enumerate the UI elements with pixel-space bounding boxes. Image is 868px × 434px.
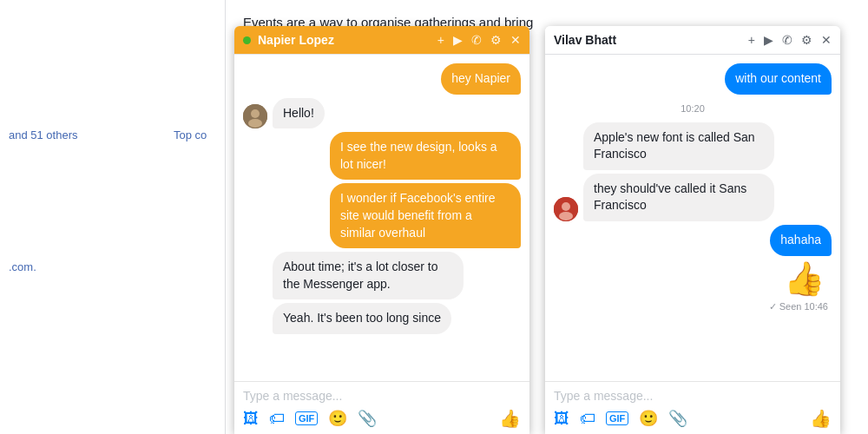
fb-com-text: .com. (9, 260, 36, 273)
message-bubble: they should've called it Sans Francisco (583, 174, 774, 221)
fb-and-51: and 51 others (0, 128, 78, 141)
msg-row: with our content (554, 63, 832, 95)
msg-row: they should've called it Sans Francisco (554, 174, 832, 221)
settings-icon[interactable]: ⚙ (801, 33, 812, 47)
close-icon[interactable]: ✕ (821, 33, 832, 47)
input-icons: 🖼 🏷 GIF 🙂 📎 👍 (243, 404, 521, 429)
message-input-napier[interactable] (243, 387, 521, 404)
input-icons: 🖼 🏷 GIF 🙂 📎 👍 (554, 404, 832, 429)
msg-row: I wonder if Facebook's entire site would… (243, 183, 521, 248)
message-bubble: I wonder if Facebook's entire site would… (330, 183, 521, 248)
message-seen: ✓ Seen 10:46 (554, 301, 832, 312)
svg-point-2 (248, 119, 262, 128)
fb-sidebar: and 51 others Top co .com. (0, 0, 226, 434)
avatar-placeholder (243, 310, 267, 334)
svg-point-4 (562, 202, 570, 211)
add-icon[interactable]: + (437, 33, 444, 47)
avatar (243, 104, 267, 128)
msg-row: I see the new design, looks a lot nicer! (243, 132, 521, 180)
chat-title-napier: Napier Lopez (258, 33, 437, 47)
phone-icon[interactable]: ✆ (782, 33, 792, 47)
big-thumbs-up: 👍 (784, 260, 832, 298)
chat-header-napier: Napier Lopez + ▶ ✆ ⚙ ✕ (234, 26, 529, 55)
avatar-vilav (554, 197, 578, 221)
msg-row: hey Napier (243, 63, 521, 95)
svg-point-5 (559, 212, 573, 220)
message-bubble: I see the new design, looks a lot nicer! (330, 132, 521, 180)
message-bubble: About time; it's a lot closer to the Mes… (273, 252, 464, 299)
emoji-icon[interactable]: 🙂 (639, 409, 658, 428)
header-icons-napier: + ▶ ✆ ⚙ ✕ (437, 33, 521, 47)
msg-row: Hello! (243, 98, 521, 129)
chat-window-napier: Napier Lopez + ▶ ✆ ⚙ ✕ hey Napier Hello!… (234, 26, 529, 434)
message-bubble: Apple's new font is called San Francisco (583, 122, 774, 170)
msg-row: About time; it's a lot closer to the Mes… (243, 252, 521, 299)
header-icons-vilav: + ▶ ✆ ⚙ ✕ (748, 33, 832, 47)
msg-row-thumbs: 👍 (554, 260, 832, 298)
message-input-vilav[interactable] (554, 387, 832, 404)
attach-icon[interactable]: 📎 (358, 409, 377, 428)
gif-icon[interactable]: GIF (295, 411, 318, 425)
gif-icon[interactable]: GIF (606, 411, 628, 425)
chat-window-vilav: Vilav Bhatt + ▶ ✆ ⚙ ✕ with our content 1… (545, 26, 840, 434)
chat-messages-vilav: with our content 10:20 Apple's new font … (545, 55, 840, 381)
message-bubble: with our content (725, 63, 832, 95)
message-bubble: Yeah. It's been too long since (273, 303, 451, 334)
msg-row: Apple's new font is called San Francisco (554, 122, 832, 170)
add-icon[interactable]: + (748, 33, 755, 47)
attach-icon[interactable]: 📎 (668, 409, 687, 428)
chat-title-vilav: Vilav Bhatt (554, 33, 748, 47)
msg-row: Yeah. It's been too long since (243, 303, 521, 334)
sticker-icon[interactable]: 🏷 (580, 410, 595, 428)
message-bubble: hey Napier (441, 63, 521, 95)
chat-header-vilav: Vilav Bhatt + ▶ ✆ ⚙ ✕ (545, 26, 840, 55)
video-icon[interactable]: ▶ (453, 33, 463, 47)
avatar-placeholder (243, 275, 267, 299)
status-dot (243, 36, 251, 44)
chat-messages-napier: hey Napier Hello! I see the new design, … (234, 55, 529, 381)
thumbs-up-button[interactable]: 👍 (499, 408, 521, 429)
image-icon[interactable]: 🖼 (243, 410, 259, 428)
sticker-icon[interactable]: 🏷 (269, 410, 285, 428)
emoji-icon[interactable]: 🙂 (328, 409, 347, 428)
settings-icon[interactable]: ⚙ (490, 33, 502, 47)
thumbs-up-button[interactable]: 👍 (810, 408, 832, 429)
message-bubble: hahaha (770, 225, 832, 256)
svg-point-1 (251, 109, 260, 118)
message-time: 10:20 (554, 103, 832, 114)
video-icon[interactable]: ▶ (764, 33, 773, 47)
image-icon[interactable]: 🖼 (554, 410, 569, 428)
close-icon[interactable]: ✕ (510, 33, 521, 47)
phone-icon[interactable]: ✆ (471, 33, 482, 47)
chat-input-area-napier: 🖼 🏷 GIF 🙂 📎 👍 (234, 381, 529, 434)
avatar-placeholder (554, 146, 578, 170)
fb-top-co: Top co (174, 128, 207, 141)
chat-input-area-vilav: 🖼 🏷 GIF 🙂 📎 👍 (545, 381, 840, 434)
msg-row: hahaha (554, 225, 832, 256)
message-bubble: Hello! (273, 98, 325, 129)
